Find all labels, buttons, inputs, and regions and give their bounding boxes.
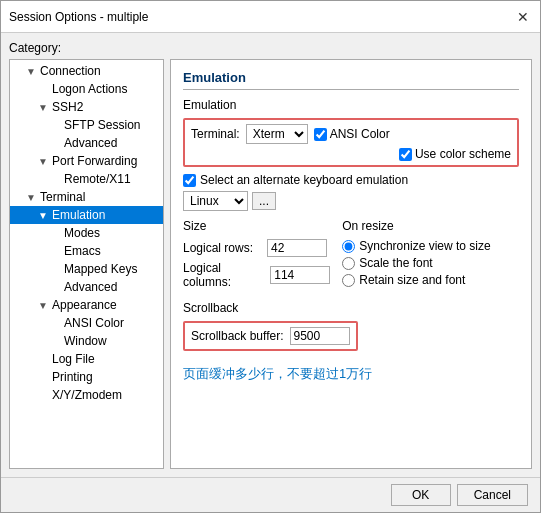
arrow-emulation: ▼	[38, 210, 50, 221]
terminal-label: Terminal:	[191, 127, 240, 141]
terminal-highlight-box: Terminal: Xterm VT100 VT220 ANSI ANSI Co…	[183, 118, 519, 167]
tree-item-emacs[interactable]: Emacs	[10, 242, 163, 260]
resize-radio-group: Synchronize view to size Scale the font …	[342, 239, 519, 287]
logical-columns-label: Logical columns:	[183, 261, 266, 289]
logical-rows-row: Logical rows: 42	[183, 239, 330, 257]
scrollback-box-wrapper: Scrollback buffer:	[183, 321, 358, 357]
scrollback-highlight-box: Scrollback buffer:	[183, 321, 358, 351]
tree-item-connection[interactable]: ▼ Connection	[10, 62, 163, 80]
tree-label-mapped-keys: Mapped Keys	[64, 262, 137, 276]
tree-label-port-forwarding: Port Forwarding	[52, 154, 137, 168]
keyboard-select-row: Linux Default VT100 ...	[183, 191, 519, 211]
tree-item-sftp-session[interactable]: SFTP Session	[10, 116, 163, 134]
logical-rows-label: Logical rows:	[183, 241, 263, 255]
sync-view-row: Synchronize view to size	[342, 239, 519, 253]
tree-item-mapped-keys[interactable]: Mapped Keys	[10, 260, 163, 278]
keyboard-select[interactable]: Linux Default VT100	[183, 191, 248, 211]
keyboard-checkbox-row: Select an alternate keyboard emulation	[183, 173, 519, 187]
use-color-scheme-checkbox[interactable]	[399, 148, 412, 161]
size-resize-section: Size Logical rows: 42 Logical columns: 1…	[183, 219, 519, 293]
logical-columns-input[interactable]: 114	[270, 266, 330, 284]
tree-label-modes: Modes	[64, 226, 100, 240]
tree-item-advanced-term[interactable]: Advanced	[10, 278, 163, 296]
tree-item-modes[interactable]: Modes	[10, 224, 163, 242]
tree-label-xyz-modem: X/Y/Zmodem	[52, 388, 122, 402]
arrow-terminal: ▼	[26, 192, 38, 203]
tree-label-terminal: Terminal	[40, 190, 85, 204]
tree-panel: ▼ Connection Logon Actions ▼ SSH2 SFTP S…	[9, 59, 164, 469]
scale-font-radio[interactable]	[342, 257, 355, 270]
terminal-select[interactable]: Xterm VT100 VT220 ANSI	[246, 124, 308, 144]
keyboard-emulation-checkbox[interactable]	[183, 174, 196, 187]
tree-label-sftp-session: SFTP Session	[64, 118, 140, 132]
ansi-color-row: ANSI Color	[314, 127, 390, 141]
terminal-row: Terminal: Xterm VT100 VT220 ANSI ANSI Co…	[191, 124, 511, 144]
tree-item-emulation[interactable]: ▼ Emulation	[10, 206, 163, 224]
dialog: Session Options - multiple ✕ Category: ▼…	[0, 0, 541, 513]
tree-label-remote-x11: Remote/X11	[64, 172, 131, 186]
tree-label-window: Window	[64, 334, 107, 348]
use-color-scheme-row: Use color scheme	[399, 147, 511, 161]
tree-label-ansi-color: ANSI Color	[64, 316, 124, 330]
section-title: Emulation	[183, 70, 519, 90]
arrow-port: ▼	[38, 156, 50, 167]
use-color-scheme-label: Use color scheme	[415, 147, 511, 161]
size-label: Size	[183, 219, 330, 233]
dialog-footer: OK Cancel	[1, 477, 540, 512]
tree-item-printing[interactable]: Printing	[10, 368, 163, 386]
keyboard-dots-button[interactable]: ...	[252, 192, 276, 210]
arrow-ssh2: ▼	[38, 102, 50, 113]
ok-button[interactable]: OK	[391, 484, 451, 506]
title-bar: Session Options - multiple ✕	[1, 1, 540, 33]
scrollback-buffer-label: Scrollback buffer:	[191, 329, 284, 343]
scale-font-row: Scale the font	[342, 256, 519, 270]
arrow-connection: ▼	[26, 66, 38, 77]
on-resize-section: On resize Synchronize view to size Scale…	[342, 219, 519, 293]
tree-item-xyz-modem[interactable]: X/Y/Zmodem	[10, 386, 163, 404]
tree-label-connection: Connection	[40, 64, 101, 78]
tree-label-emacs: Emacs	[64, 244, 101, 258]
sync-view-label: Synchronize view to size	[359, 239, 490, 253]
main-panel: Emulation Emulation Terminal: Xterm VT10…	[170, 59, 532, 469]
sync-view-radio[interactable]	[342, 240, 355, 253]
dialog-title: Session Options - multiple	[9, 10, 148, 24]
tree-label-logon-actions: Logon Actions	[52, 82, 127, 96]
tree-label-advanced-ssh: Advanced	[64, 136, 117, 150]
tree-label-appearance: Appearance	[52, 298, 117, 312]
arrow-appearance: ▼	[38, 300, 50, 311]
logical-rows-input[interactable]: 42	[267, 239, 327, 257]
category-label: Category:	[9, 41, 532, 55]
scale-font-label: Scale the font	[359, 256, 432, 270]
tree-item-log-file[interactable]: Log File	[10, 350, 163, 368]
close-button[interactable]: ✕	[514, 8, 532, 26]
tree-item-window[interactable]: Window	[10, 332, 163, 350]
logical-columns-row: Logical columns: 114	[183, 261, 330, 289]
tree-item-remote-x11[interactable]: Remote/X11	[10, 170, 163, 188]
tree-label-emulation: Emulation	[52, 208, 105, 222]
ansi-color-label: ANSI Color	[330, 127, 390, 141]
ansi-color-checkbox[interactable]	[314, 128, 327, 141]
cancel-button[interactable]: Cancel	[457, 484, 528, 506]
content-area: ▼ Connection Logon Actions ▼ SSH2 SFTP S…	[9, 59, 532, 469]
tree-item-ssh2[interactable]: ▼ SSH2	[10, 98, 163, 116]
tree-label-ssh2: SSH2	[52, 100, 83, 114]
tree-label-log-file: Log File	[52, 352, 95, 366]
retain-size-label: Retain size and font	[359, 273, 465, 287]
tree-label-advanced-term: Advanced	[64, 280, 117, 294]
tree-item-logon-actions[interactable]: Logon Actions	[10, 80, 163, 98]
tree-item-port-forwarding[interactable]: ▼ Port Forwarding	[10, 152, 163, 170]
on-resize-label: On resize	[342, 219, 519, 233]
emulation-sub-label: Emulation	[183, 98, 519, 112]
chinese-note: 页面缓冲多少行，不要超过1万行	[183, 365, 519, 383]
tree-item-ansi-color[interactable]: ANSI Color	[10, 314, 163, 332]
retain-size-row: Retain size and font	[342, 273, 519, 287]
retain-size-radio[interactable]	[342, 274, 355, 287]
tree-item-appearance[interactable]: ▼ Appearance	[10, 296, 163, 314]
dialog-body: Category: ▼ Connection Logon Actions ▼ S…	[1, 33, 540, 477]
tree-label-printing: Printing	[52, 370, 93, 384]
size-section: Size Logical rows: 42 Logical columns: 1…	[183, 219, 330, 293]
tree-item-advanced-ssh[interactable]: Advanced	[10, 134, 163, 152]
scrollback-section-label: Scrollback	[183, 301, 519, 315]
scrollback-buffer-input[interactable]	[290, 327, 350, 345]
tree-item-terminal[interactable]: ▼ Terminal	[10, 188, 163, 206]
